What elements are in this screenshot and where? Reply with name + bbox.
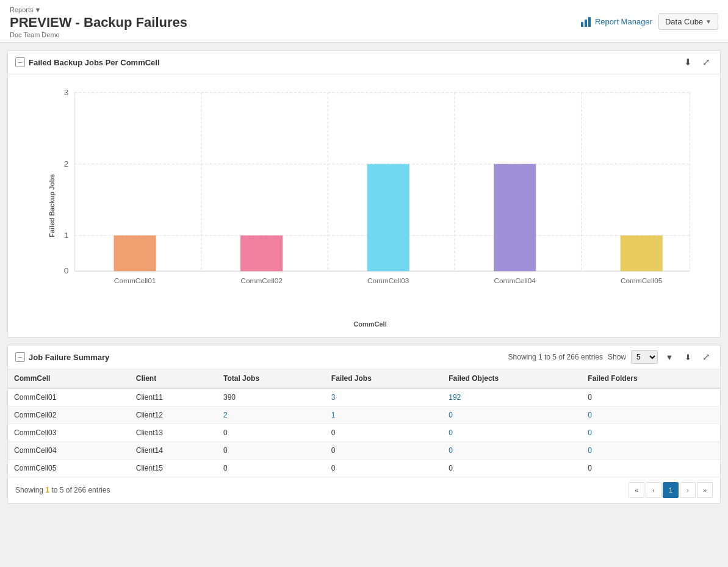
next-page-button[interactable]: › (680, 482, 696, 498)
breadcrumb-arrow: ▼ (35, 6, 41, 13)
table-cell: CommCell01 (8, 388, 130, 406)
col-failed-jobs: Failed Jobs (325, 369, 442, 388)
table-panel-title: Job Failure Summary (29, 353, 109, 362)
col-total-jobs: Total Jobs (217, 369, 325, 388)
chart-panel-actions: ⬇ ⤢ (681, 56, 713, 69)
chart-panel-title: Failed Backup Jobs Per CommCell (29, 58, 160, 67)
job-failure-table: CommCell Client Total Jobs Failed Jobs F… (8, 369, 720, 477)
svg-text:2: 2 (64, 159, 69, 168)
table-row: CommCell01Client1139031920 (8, 388, 720, 406)
table-cell[interactable]: 1 (325, 406, 442, 424)
y-axis-label: Failed Backup Jobs (48, 174, 56, 237)
table-cell: Client11 (130, 388, 217, 406)
table-filter-icon[interactable]: ▼ (663, 350, 676, 364)
x-axis-label: CommCell (353, 320, 386, 328)
bar-commcell02[interactable] (240, 236, 283, 272)
svg-text:0: 0 (64, 266, 69, 275)
table-cell[interactable]: 0 (582, 424, 720, 442)
bar-commcell04[interactable] (494, 164, 536, 272)
svg-text:CommCell01: CommCell01 (114, 276, 156, 284)
table-cell[interactable]: 3 (325, 388, 442, 406)
table-header-row: CommCell Client Total Jobs Failed Jobs F… (8, 369, 720, 388)
table-cell: Client14 (130, 442, 217, 460)
table-showing-info: Showing 1 to 5 of 266 entries (508, 353, 603, 361)
table-cell[interactable]: 0 (582, 406, 720, 424)
svg-text:CommCell05: CommCell05 (621, 276, 663, 284)
col-client: Client (130, 369, 217, 388)
table-cell[interactable]: 0 (442, 406, 582, 424)
table-cell: CommCell02 (8, 406, 130, 424)
report-manager-label: Report Manager (595, 17, 652, 26)
report-manager-button[interactable]: Report Manager (581, 17, 652, 27)
table-cell[interactable]: 0 (442, 442, 582, 460)
table-cell: Client15 (130, 460, 217, 477)
table-cell[interactable]: 0 (442, 424, 582, 442)
chart-title-area: − Failed Backup Jobs Per CommCell (15, 57, 160, 67)
table-panel-header: − Job Failure Summary Showing 1 to 5 of … (8, 345, 720, 369)
table-cell: 0 (582, 460, 720, 477)
first-page-button[interactable]: « (629, 482, 644, 498)
table-row: CommCell02Client122100 (8, 406, 720, 424)
bar-commcell01[interactable] (114, 236, 156, 272)
table-cell: CommCell03 (8, 424, 130, 442)
svg-text:1: 1 (64, 231, 69, 240)
main-content: − Failed Backup Jobs Per CommCell ⬇ ⤢ Fa… (0, 43, 728, 511)
chevron-down-icon: ▼ (705, 18, 712, 25)
breadcrumb[interactable]: Reports ▼ (10, 6, 41, 13)
table-panel: − Job Failure Summary Showing 1 to 5 of … (7, 345, 721, 504)
table-expand-icon[interactable]: ⤢ (699, 350, 713, 364)
table-cell: 0 (325, 442, 442, 460)
table-cell: CommCell04 (8, 442, 130, 460)
subtitle: Doc Team Demo (10, 31, 187, 38)
col-failed-folders: Failed Folders (582, 369, 720, 388)
table-cell[interactable]: 2 (217, 406, 325, 424)
last-page-button[interactable]: » (697, 482, 713, 498)
table-download-icon[interactable]: ⬇ (681, 350, 694, 364)
table-row: CommCell04Client140000 (8, 442, 720, 460)
chart-container: Failed Backup Jobs 3 2 1 0 (38, 87, 702, 325)
datacube-button[interactable]: Data Cube ▼ (658, 13, 718, 30)
pagination: « ‹ 1 › » (629, 482, 713, 498)
table-cell[interactable]: 192 (442, 388, 582, 406)
table-header-right: Showing 1 to 5 of 266 entries Show 5 10 … (508, 350, 713, 364)
table-row: CommCell03Client130000 (8, 424, 720, 442)
col-commcell: CommCell (8, 369, 130, 388)
bar-commcell03[interactable] (367, 164, 409, 272)
chart-panel: − Failed Backup Jobs Per CommCell ⬇ ⤢ Fa… (7, 50, 721, 338)
footer-showing-text: Showing 1 to 5 of 266 entries (15, 486, 110, 494)
bar-chart-svg: 3 2 1 0 (38, 87, 702, 301)
svg-text:CommCell04: CommCell04 (494, 276, 536, 284)
table-cell: 390 (217, 388, 325, 406)
bar-commcell05[interactable] (621, 236, 663, 272)
collapse-icon: − (18, 59, 22, 66)
bar-chart-icon (581, 17, 592, 27)
show-label: Show (608, 353, 626, 361)
chart-area: Failed Backup Jobs 3 2 1 0 (8, 74, 720, 337)
table-title-area: − Job Failure Summary (15, 352, 109, 362)
show-entries-select[interactable]: 5 10 25 50 (631, 350, 658, 364)
datacube-label: Data Cube (665, 17, 703, 26)
table-cell: 0 (217, 424, 325, 442)
svg-text:3: 3 (64, 88, 69, 97)
page-header: Reports ▼ PREVIEW - Backup Failures Doc … (0, 0, 728, 43)
table-collapse-icon: − (18, 353, 22, 361)
svg-text:CommCell03: CommCell03 (367, 276, 409, 284)
page-1-button[interactable]: 1 (663, 482, 679, 498)
page-title: PREVIEW - Backup Failures (10, 15, 187, 31)
table-cell: 0 (442, 460, 582, 477)
table-footer: Showing 1 to 5 of 266 entries « ‹ 1 › » (8, 477, 720, 503)
col-failed-objects: Failed Objects (442, 369, 582, 388)
chart-collapse-button[interactable]: − (15, 57, 25, 67)
table-cell: CommCell05 (8, 460, 130, 477)
expand-icon[interactable]: ⤢ (699, 56, 713, 69)
table-cell: 0 (325, 424, 442, 442)
table-cell: Client13 (130, 424, 217, 442)
download-icon[interactable]: ⬇ (681, 56, 694, 69)
header-right: Report Manager Data Cube ▼ (581, 13, 718, 30)
table-collapse-button[interactable]: − (15, 352, 25, 362)
table-row: CommCell05Client150000 (8, 460, 720, 477)
prev-page-button[interactable]: ‹ (646, 482, 661, 498)
table-cell: 0 (217, 442, 325, 460)
header-left: Reports ▼ PREVIEW - Backup Failures Doc … (10, 5, 187, 38)
table-cell[interactable]: 0 (582, 442, 720, 460)
